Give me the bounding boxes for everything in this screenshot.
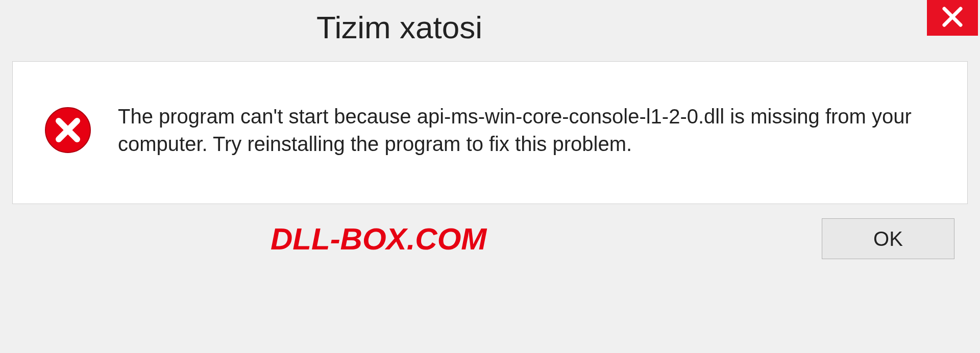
close-button[interactable] <box>927 0 978 36</box>
ok-button[interactable]: OK <box>822 218 954 259</box>
watermark-text: DLL-BOX.COM <box>20 221 486 257</box>
dialog-title: Tizim xatosi <box>0 0 482 45</box>
close-icon <box>941 6 964 30</box>
message-panel: The program can't start because api-ms-w… <box>12 61 968 204</box>
ok-button-label: OK <box>873 228 903 250</box>
error-message: The program can't start because api-ms-w… <box>118 103 924 158</box>
titlebar: Tizim xatosi <box>0 0 980 56</box>
dialog-footer: DLL-BOX.COM OK <box>0 204 980 259</box>
error-icon <box>43 106 92 155</box>
